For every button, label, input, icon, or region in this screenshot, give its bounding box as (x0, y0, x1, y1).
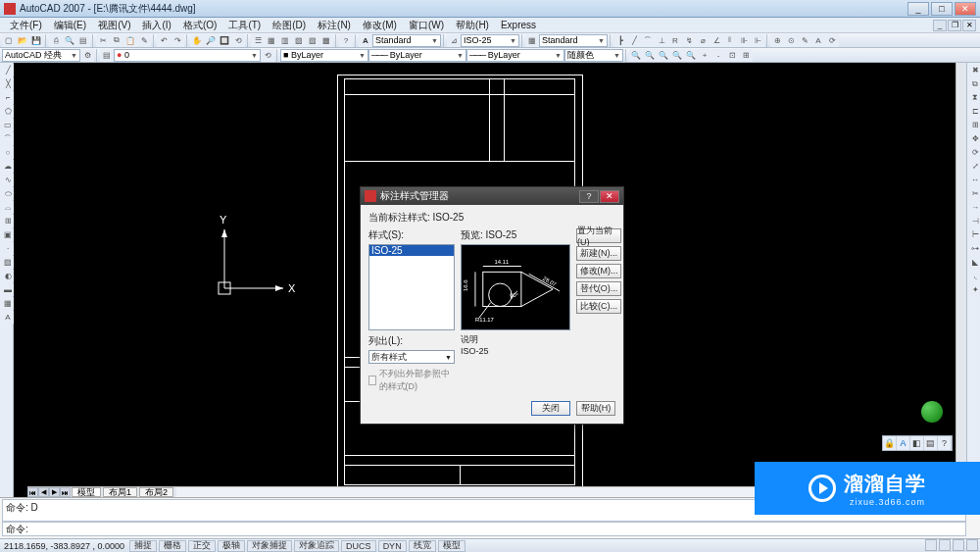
paste-icon[interactable]: 📋 (123, 34, 137, 47)
join-icon[interactable]: ⊶ (968, 242, 980, 255)
zoom-cen-icon[interactable]: 🔍 (670, 49, 684, 62)
override-button[interactable]: 替代(O)... (576, 281, 621, 296)
doc-restore-button[interactable]: ❐ (948, 20, 961, 31)
tab-last-button[interactable]: ⏭ (60, 487, 71, 497)
close-dialog-button[interactable]: 关闭 (531, 401, 570, 416)
zoom-out-icon[interactable]: - (711, 49, 725, 62)
publish-icon[interactable]: ▤ (76, 34, 90, 47)
pan-icon[interactable]: ✋ (190, 34, 204, 47)
dyn-toggle[interactable]: DYN (378, 540, 407, 552)
trim-icon[interactable]: ✂ (968, 187, 980, 200)
zoom-ext-icon[interactable]: ⊞ (739, 49, 753, 62)
help-dialog-button[interactable]: 帮助(H) (576, 401, 615, 416)
line-icon[interactable]: ╱ (1, 64, 15, 76)
doc-minimize-button[interactable]: _ (933, 20, 947, 31)
menu-view[interactable]: 视图(V) (92, 19, 136, 32)
pline-icon[interactable]: ⌐ (1, 91, 15, 104)
rp-cube-icon[interactable]: ◧ (910, 436, 924, 450)
tray-icon[interactable] (966, 539, 978, 551)
move-icon[interactable]: ✥ (968, 132, 980, 145)
grad-icon[interactable]: ◐ (1, 270, 15, 282)
dim-arc-icon[interactable]: ⌒ (641, 34, 655, 47)
grid-toggle[interactable]: 栅格 (159, 540, 186, 552)
tray-icon[interactable] (925, 539, 937, 551)
dim-upd-icon[interactable]: ⟳ (825, 34, 839, 47)
cut-icon[interactable]: ✂ (96, 34, 110, 47)
dim-linear-icon[interactable]: ┣ (613, 34, 627, 47)
maximize-button[interactable]: □ (931, 2, 953, 16)
save-icon[interactable]: 💾 (29, 34, 43, 47)
tp-icon[interactable]: ▥ (278, 34, 292, 47)
new-icon[interactable]: ▢ (2, 34, 16, 47)
set-current-button[interactable]: 置为当前(U) (576, 228, 621, 243)
zoom-rt-icon[interactable]: 🔎 (204, 34, 218, 47)
dim-quick-icon[interactable]: ⫴ (723, 34, 737, 47)
dim-jog-icon[interactable]: ↯ (682, 34, 696, 47)
modify-style-button[interactable]: 修改(M)... (576, 264, 621, 278)
menu-dim[interactable]: 标注(N) (312, 19, 357, 32)
coordinates[interactable]: 2118.1659, -383.8927 , 0.0000 (0, 541, 128, 551)
menu-draw[interactable]: 绘图(D) (267, 19, 312, 32)
menu-insert[interactable]: 插入(I) (136, 19, 176, 32)
layer-combo[interactable]: ● 0▼ (114, 49, 261, 62)
tab-prev-button[interactable]: ◀ (38, 487, 49, 497)
table-icon[interactable]: ▦ (1, 297, 15, 310)
print-icon[interactable]: ⎙ (49, 34, 63, 47)
undo-icon[interactable]: ↶ (157, 34, 171, 47)
break-icon[interactable]: ⊢ (968, 228, 980, 241)
insert-icon[interactable]: ⊞ (1, 215, 15, 227)
dialog-titlebar[interactable]: 标注样式管理器 ? ✕ (361, 187, 623, 205)
model-tab[interactable]: 模型 (72, 487, 101, 497)
dialog-help-button[interactable]: ? (579, 190, 599, 203)
new-style-button[interactable]: 新建(N)... (576, 246, 621, 261)
xline-icon[interactable]: ╳ (1, 77, 15, 90)
point-icon[interactable]: · (1, 242, 15, 255)
rp-help-icon[interactable]: ? (938, 436, 952, 450)
spline-icon[interactable]: ∿ (1, 174, 15, 186)
dimstyle-icon[interactable]: ⊿ (447, 34, 461, 47)
textstyle-icon[interactable]: A (359, 34, 372, 47)
help-icon[interactable]: ? (339, 34, 353, 47)
workspace-settings-icon[interactable]: ⚙ (80, 49, 94, 62)
zoom-all-icon[interactable]: ⊡ (725, 49, 739, 62)
qcalc-icon[interactable]: ▩ (319, 34, 333, 47)
zoom-prev-icon[interactable]: ⟲ (231, 34, 245, 47)
tray-icon[interactable] (939, 539, 951, 551)
scale-icon[interactable]: ⤢ (968, 160, 980, 173)
listfilter-combo[interactable]: 所有样式▼ (368, 350, 455, 364)
dim-cen-icon[interactable]: ⊙ (784, 34, 798, 47)
chamfer-icon[interactable]: ◣ (968, 256, 980, 269)
layer-prev-icon[interactable]: ⟲ (261, 49, 274, 62)
menu-edit[interactable]: 编辑(E) (48, 19, 92, 32)
snap-toggle[interactable]: 捕捉 (129, 540, 157, 552)
color-combo[interactable]: ■ ByLayer▼ (280, 49, 368, 62)
dim-cont-icon[interactable]: ⊩ (751, 34, 764, 47)
layout1-tab[interactable]: 布局1 (103, 487, 137, 497)
zoom-dyn-icon[interactable]: 🔍 (643, 49, 657, 62)
dim-aligned-icon[interactable]: ╱ (627, 34, 641, 47)
linetype-combo[interactable]: ─── ByLayer▼ (368, 49, 466, 62)
dim-edit-icon[interactable]: ✎ (798, 34, 811, 47)
layout2-tab[interactable]: 布局2 (139, 487, 173, 497)
dialog-close-button[interactable]: ✕ (600, 190, 619, 203)
dim-ord-icon[interactable]: ⊥ (655, 34, 668, 47)
dim-tedit-icon[interactable]: A (811, 34, 825, 47)
otrack-toggle[interactable]: 对象追踪 (294, 540, 339, 552)
rp-lock-icon[interactable]: 🔒 (883, 436, 897, 450)
workspace-combo[interactable]: AutoCAD 经典▼ (2, 49, 80, 62)
ssm-icon[interactable]: ▧ (292, 34, 306, 47)
fillet-icon[interactable]: ◟ (968, 270, 980, 282)
layer-prop-icon[interactable]: ▤ (100, 49, 114, 62)
menu-help[interactable]: 帮助(H) (450, 19, 495, 32)
menu-modify[interactable]: 修改(M) (357, 19, 403, 32)
dim-base-icon[interactable]: ⊪ (737, 34, 751, 47)
nav-viewcube[interactable] (898, 401, 947, 436)
plot-preview-icon[interactable]: 🔍 (63, 34, 76, 47)
zoom-obj-icon[interactable]: 🔍 (684, 49, 698, 62)
markup-icon[interactable]: ▨ (306, 34, 319, 47)
menu-format[interactable]: 格式(O) (177, 19, 222, 32)
lineweight-combo[interactable]: ─── ByLayer▼ (466, 49, 564, 62)
text-style-combo[interactable]: Standard▼ (372, 34, 441, 47)
lwt-toggle[interactable]: 线宽 (409, 540, 436, 552)
menu-express[interactable]: Express (495, 20, 542, 30)
